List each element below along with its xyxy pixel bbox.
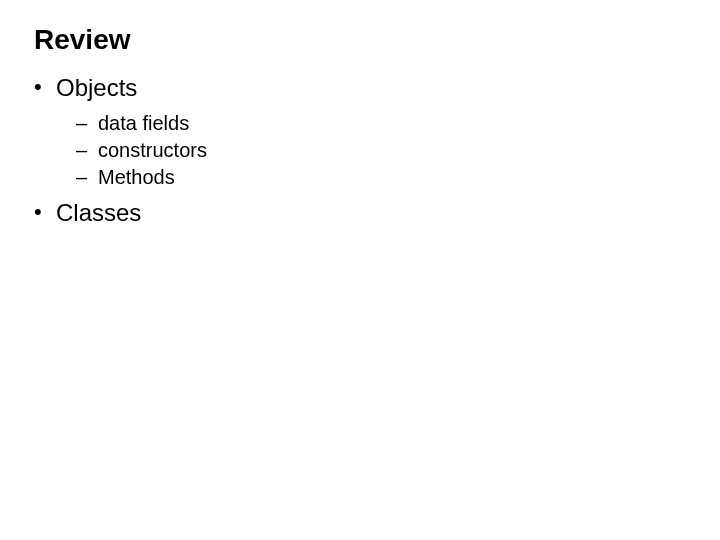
list-item: Objects data fields constructors Methods — [34, 74, 686, 189]
sub-bullet-label: Methods — [98, 166, 175, 188]
sub-bullet-label: constructors — [98, 139, 207, 161]
slide: Review Objects data fields constructors … — [0, 0, 720, 257]
list-item: constructors — [56, 139, 686, 162]
bullet-label: Classes — [56, 199, 141, 226]
sub-bullet-label: data fields — [98, 112, 189, 134]
bullet-list: Objects data fields constructors Methods… — [34, 74, 686, 227]
list-item: Classes — [34, 199, 686, 227]
slide-title: Review — [34, 24, 686, 56]
list-item: data fields — [56, 112, 686, 135]
list-item: Methods — [56, 166, 686, 189]
sub-list: data fields constructors Methods — [56, 112, 686, 189]
bullet-label: Objects — [56, 74, 137, 101]
